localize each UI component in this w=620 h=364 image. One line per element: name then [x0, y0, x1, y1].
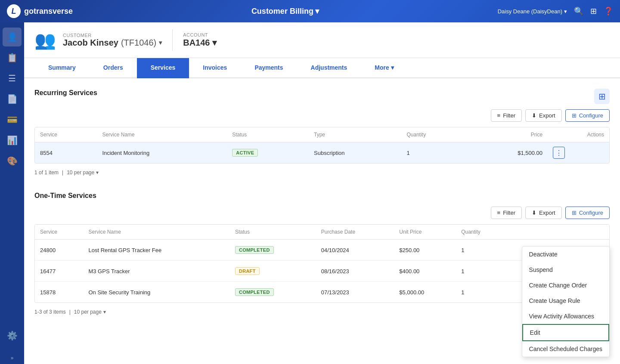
one-time-services-title: One-Time Services — [34, 192, 610, 200]
context-menu-item-create-change-order[interactable]: Create Change Order — [522, 278, 609, 293]
col-service: Service — [35, 127, 97, 142]
sidebar-item-customers[interactable]: 👤 — [3, 28, 22, 46]
recurring-export-button[interactable]: ⬇ Export — [525, 109, 562, 122]
app-logo[interactable]: L gotransverse — [7, 4, 73, 18]
context-menu-item-view-activity[interactable]: View Activity Allowances — [522, 308, 609, 324]
status-badge: DRAFT — [235, 267, 260, 275]
context-menu-item-edit[interactable]: Edit — [522, 324, 609, 341]
col-service-name: Service Name — [97, 127, 227, 142]
recurring-configure-button[interactable]: ⊞ Configure — [565, 109, 610, 122]
col-quantity: Quantity — [402, 127, 468, 142]
ot-service-id-2: 15878 — [35, 282, 83, 303]
ot-col-actions — [570, 225, 609, 240]
tab-payments[interactable]: Payments — [241, 58, 297, 78]
sidebar-item-design[interactable]: 🎨 — [3, 151, 22, 170]
configure-icon: ⊞ — [572, 210, 577, 216]
tab-orders[interactable]: Orders — [90, 58, 137, 78]
ot-col-quantity: Quantity — [456, 225, 508, 240]
col-actions: Actions — [548, 127, 609, 142]
ot-col-service-name: Service Name — [83, 225, 229, 240]
ot-quantity-2: 1 — [456, 282, 508, 303]
customer-billing-title[interactable]: Customer Billing ▾ — [251, 6, 319, 16]
tab-more[interactable]: More ▾ — [361, 58, 407, 78]
col-type: Type — [309, 127, 402, 142]
ot-purchase-date-1: 08/16/2023 — [316, 261, 394, 282]
grid-icon[interactable]: ⊞ — [590, 6, 597, 16]
recurring-services-title: Recurring Services — [34, 89, 97, 97]
onetime-configure-button[interactable]: ⊞ Configure — [565, 207, 610, 219]
ot-quantity-0: 1 — [456, 240, 508, 261]
sidebar-expand-button[interactable]: » — [3, 352, 22, 364]
recurring-service-status: ACTIVE — [227, 142, 309, 163]
onetime-export-button[interactable]: ⬇ Export — [525, 207, 562, 219]
customer-header: 👥 CUSTOMER Jacob Kinsey (TF1046) ▾ ACCOU… — [24, 22, 620, 58]
ot-col-status: Status — [230, 225, 316, 240]
filter-icon: ≡ — [497, 112, 501, 119]
tab-services[interactable]: Services — [137, 58, 189, 78]
ot-unit-price-2: $5,000.00 — [394, 282, 456, 303]
ot-service-id-1: 16477 — [35, 261, 83, 282]
recurring-service-price: $1,500.00 — [468, 142, 548, 163]
logo-icon: L — [7, 4, 21, 18]
help-icon[interactable]: ❓ — [604, 6, 613, 16]
context-menu-item-cancel-charges[interactable]: Cancel Scheduled Charges — [522, 341, 609, 357]
tabs-bar: Summary Orders Services Invoices Payment… — [24, 58, 620, 78]
customer-avatar-icon: 👥 — [34, 30, 56, 50]
per-page-arrow-2: ▾ — [103, 309, 106, 315]
recurring-services-toolbar: ≡ Filter ⬇ Export ⊞ Configure — [34, 109, 610, 122]
recurring-services-header: Recurring Services ⊞ — [34, 89, 610, 104]
context-menu-item-suspend[interactable]: Suspend — [522, 262, 609, 278]
sidebar-item-invoices[interactable]: ☰ — [3, 69, 22, 88]
recurring-services-table: Service Service Name Status Type Quantit… — [34, 127, 610, 163]
tab-invoices[interactable]: Invoices — [189, 58, 241, 78]
ot-service-status-0: COMPLETED — [230, 240, 316, 261]
sidebar-item-payments[interactable]: 💳 — [3, 110, 22, 129]
recurring-service-actions: ⋮ — [548, 142, 609, 163]
recurring-filter-button[interactable]: ≡ Filter — [491, 109, 522, 122]
ot-purchase-date-0: 04/10/2024 — [316, 240, 394, 261]
customer-name[interactable]: Jacob Kinsey (TF1046) ▾ — [63, 38, 162, 48]
ot-col-unit-price: Unit Price — [394, 225, 456, 240]
search-icon[interactable]: 🔍 — [574, 6, 583, 16]
sidebar: 👤 📋 ☰ 📄 💳 📊 🎨 ⚙️ » — [0, 22, 24, 364]
ot-quantity-1: 1 — [456, 261, 508, 282]
sidebar-item-documents[interactable]: 📄 — [3, 89, 22, 108]
status-badge: COMPLETED — [235, 288, 274, 296]
recurring-services-grid-icon[interactable]: ⊞ — [594, 89, 610, 104]
sidebar-item-reports[interactable]: 📊 — [3, 131, 22, 150]
account-dropdown-arrow[interactable]: ▾ — [212, 37, 217, 48]
one-time-services-toolbar: ≡ Filter ⬇ Export ⊞ Configure — [34, 207, 610, 219]
export-icon: ⬇ — [532, 112, 536, 119]
sidebar-item-settings[interactable]: ⚙️ — [3, 326, 22, 345]
user-menu[interactable]: Daisy Deane (DaisyDean) ▾ — [498, 8, 567, 15]
tab-summary[interactable]: Summary — [34, 58, 90, 78]
sidebar-item-orders[interactable]: 📋 — [3, 48, 22, 67]
services-content: Recurring Services ⊞ ≡ Filter ⬇ Export ⊞… — [24, 78, 620, 328]
context-menu-item-create-usage-rule[interactable]: Create Usage Rule — [522, 293, 609, 308]
customer-account-divider — [172, 29, 173, 51]
customer-info: CUSTOMER Jacob Kinsey (TF1046) ▾ — [63, 33, 162, 48]
ot-col-service: Service — [35, 225, 83, 240]
status-badge: COMPLETED — [235, 246, 274, 254]
recurring-per-page[interactable]: 10 per page ▾ — [67, 170, 99, 176]
ot-col-total — [508, 225, 570, 240]
account-name[interactable]: BA146 ▾ — [183, 37, 217, 48]
account-label: ACCOUNT — [183, 32, 217, 37]
col-status: Status — [227, 127, 309, 142]
ot-service-name-1: M3 GPS Tracker — [83, 261, 229, 282]
table-row: 8554 Incident Monitoring ACTIVE Subscrip… — [35, 142, 609, 163]
filter-icon: ≡ — [497, 210, 501, 216]
top-navigation: L gotransverse Customer Billing ▾ Daisy … — [0, 0, 620, 22]
onetime-filter-button[interactable]: ≡ Filter — [491, 207, 522, 219]
recurring-pagination: 1 of 1 item | 10 per page ▾ — [34, 167, 610, 178]
customer-dropdown-arrow[interactable]: ▾ — [159, 39, 162, 46]
onetime-per-page[interactable]: 10 per page ▾ — [74, 309, 106, 315]
context-menu-item-deactivate[interactable]: Deactivate — [522, 247, 609, 262]
recurring-service-name: Incident Monitoring — [97, 142, 227, 163]
recurring-action-button[interactable]: ⋮ — [553, 147, 565, 159]
tab-adjustments[interactable]: Adjustments — [297, 58, 361, 78]
ot-purchase-date-2: 07/13/2023 — [316, 282, 394, 303]
ot-unit-price-1: $400.00 — [394, 261, 456, 282]
recurring-service-quantity: 1 — [402, 142, 468, 163]
ot-service-name-2: On Site Security Training — [83, 282, 229, 303]
